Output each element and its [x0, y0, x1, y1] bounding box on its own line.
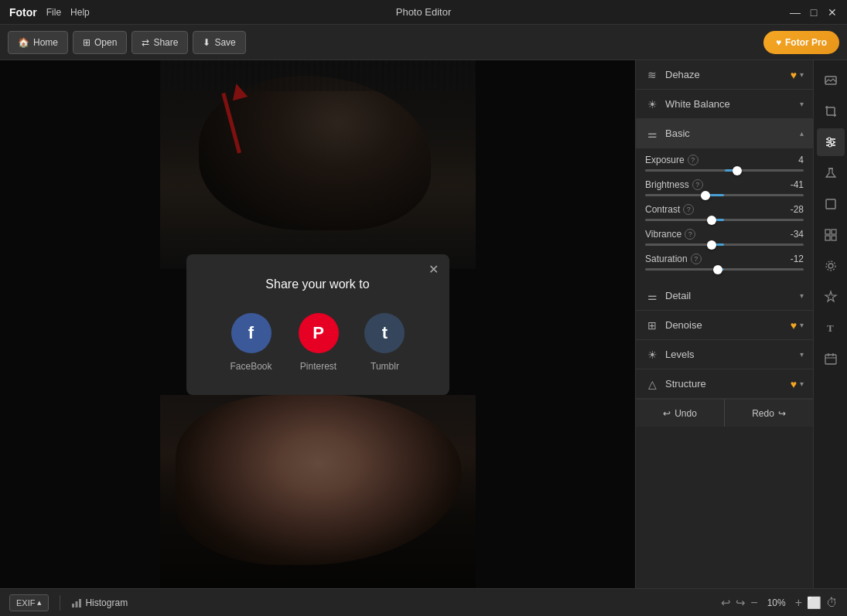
detail-dropdown-icon: ▾: [800, 291, 804, 300]
brightness-help-icon[interactable]: ?: [692, 179, 703, 190]
vibrance-help-icon[interactable]: ?: [685, 229, 695, 240]
menu-help[interactable]: Help: [70, 7, 90, 18]
contrast-value: -28: [780, 204, 804, 215]
calendar-tool[interactable]: [817, 345, 845, 373]
dehaze-row[interactable]: ≋ Dehaze ♥ ▾: [636, 60, 813, 90]
saturation-row: Saturation ? -12: [645, 254, 804, 271]
svg-point-10: [828, 144, 832, 147]
texture-tool[interactable]: [817, 221, 845, 249]
window-controls: — □ ✕: [790, 7, 838, 18]
modal-overlay: ✕ Share your work to f FaceBook P: [0, 60, 635, 588]
title-bar-left: Fotor File Help: [9, 6, 90, 19]
denoise-row[interactable]: ⊞ Denoise ♥ ▾: [636, 311, 813, 340]
tumblr-icon-circle: t: [364, 313, 405, 353]
white-balance-dropdown-icon: ▾: [800, 100, 804, 108]
contrast-label: Contrast ?: [645, 204, 694, 215]
modal-close-button[interactable]: ✕: [429, 262, 439, 277]
share-icon: ⇄: [142, 37, 149, 48]
tumblr-share-option[interactable]: t Tumblr: [364, 313, 405, 372]
dehaze-pro-icon: ♥: [791, 69, 797, 81]
zoom-in-button[interactable]: +: [795, 596, 802, 610]
structure-icon: △: [645, 377, 659, 391]
exif-arrow-icon: ▴: [37, 597, 42, 607]
dehaze-dropdown-icon: ▾: [800, 70, 804, 79]
undo-button[interactable]: ↩ Undo: [636, 399, 725, 427]
home-button[interactable]: 🏠 Home: [8, 31, 68, 54]
exif-button[interactable]: EXIF ▴: [9, 594, 49, 611]
flask-tool[interactable]: [817, 159, 845, 187]
close-button[interactable]: ✕: [827, 7, 838, 18]
exposure-help-icon[interactable]: ?: [688, 155, 698, 165]
saturation-label: Saturation ?: [645, 254, 702, 264]
saturation-value: -12: [780, 254, 804, 264]
denoise-pro-icon: ♥: [791, 319, 797, 332]
svg-point-8: [828, 138, 831, 141]
pinterest-icon-circle: P: [299, 313, 339, 353]
minimize-button[interactable]: —: [790, 7, 801, 18]
app-name: Fotor: [9, 6, 37, 19]
zoom-value: 10%: [763, 597, 791, 608]
landscape-tool[interactable]: [817, 66, 845, 94]
history-button[interactable]: ⏱: [826, 596, 838, 609]
detail-row[interactable]: ⚌ Detail ▾: [636, 281, 813, 311]
share-icons-container: f FaceBook P Pinterest t: [217, 313, 418, 372]
right-sidebar: ≋ Dehaze ♥ ▾ ☀ White Balance ▾ ⚌ Basic ▴…: [635, 60, 813, 588]
share-modal: ✕ Share your work to f FaceBook P: [186, 254, 449, 395]
denoise-icon: ⊞: [645, 318, 659, 332]
brightness-slider[interactable]: [645, 194, 804, 196]
undo-redo-bar: ↩ Undo Redo ↪: [636, 399, 813, 427]
brightness-label: Brightness ?: [645, 179, 703, 190]
facebook-share-option[interactable]: f FaceBook: [230, 313, 272, 372]
fit-view-button[interactable]: ⬜: [807, 596, 821, 610]
contrast-help-icon[interactable]: ?: [683, 204, 694, 215]
redo-button[interactable]: Redo ↪: [725, 399, 813, 427]
badge-tool[interactable]: [817, 283, 845, 311]
exposure-slider[interactable]: [645, 169, 804, 172]
contrast-slider[interactable]: [645, 219, 804, 221]
pinterest-label: Pinterest: [300, 361, 336, 372]
basic-row[interactable]: ⚌ Basic ▴: [636, 119, 813, 148]
redo-history-button[interactable]: ↪: [736, 596, 746, 610]
contrast-row: Contrast ? -28: [645, 204, 804, 221]
crop-tool[interactable]: [817, 97, 845, 125]
saturation-help-icon[interactable]: ?: [691, 254, 702, 264]
open-button[interactable]: ⊞ Open: [73, 31, 127, 54]
undo-history-button[interactable]: ↩: [721, 596, 731, 610]
histogram-label[interactable]: Histogram: [71, 597, 128, 608]
title-bar: Fotor File Help Photo Editor — □ ✕: [0, 0, 847, 25]
square-tool[interactable]: [817, 190, 845, 218]
levels-row[interactable]: ☀ Levels ▾: [636, 340, 813, 369]
settings-tool[interactable]: [817, 252, 845, 280]
fotor-pro-button[interactable]: ♥ Fotor Pro: [763, 31, 839, 54]
save-button[interactable]: ⬇ Save: [193, 31, 245, 54]
saturation-slider[interactable]: [645, 268, 804, 271]
svg-rect-26: [79, 599, 81, 607]
tumblr-label: Tumblr: [371, 361, 399, 372]
home-icon: 🏠: [18, 37, 29, 48]
zoom-out-button[interactable]: −: [750, 596, 757, 610]
white-balance-row[interactable]: ☀ White Balance ▾: [636, 90, 813, 119]
canvas-area: ✕ Share your work to f FaceBook P: [0, 60, 635, 588]
pinterest-share-option[interactable]: P Pinterest: [299, 313, 339, 372]
exposure-value: 4: [780, 155, 804, 165]
svg-point-18: [826, 261, 835, 271]
basic-icon: ⚌: [645, 127, 659, 141]
menu-file[interactable]: File: [46, 7, 61, 18]
structure-row[interactable]: △ Structure ♥ ▾: [636, 369, 813, 399]
white-balance-icon: ☀: [645, 97, 659, 111]
text-tool[interactable]: T: [817, 314, 845, 342]
bottom-bar: EXIF ▴ Histogram ↩ ↪ − 10% + ⬜ ⏱: [0, 588, 847, 616]
share-button[interactable]: ⇄ Share: [131, 31, 188, 54]
svg-rect-20: [825, 355, 836, 364]
photo-canvas: ✕ Share your work to f FaceBook P: [0, 60, 635, 588]
svg-rect-12: [826, 199, 835, 209]
adjustments-tool[interactable]: [817, 128, 845, 156]
structure-pro-icon: ♥: [791, 378, 797, 390]
vibrance-slider[interactable]: [645, 243, 804, 246]
window-title: Photo Editor: [396, 6, 452, 18]
vibrance-row: Vibrance ? -34: [645, 229, 804, 246]
levels-icon: ☀: [645, 348, 659, 362]
vibrance-label: Vibrance ?: [645, 229, 695, 240]
maximize-button[interactable]: □: [808, 7, 819, 18]
facebook-icon-circle: f: [231, 313, 272, 353]
